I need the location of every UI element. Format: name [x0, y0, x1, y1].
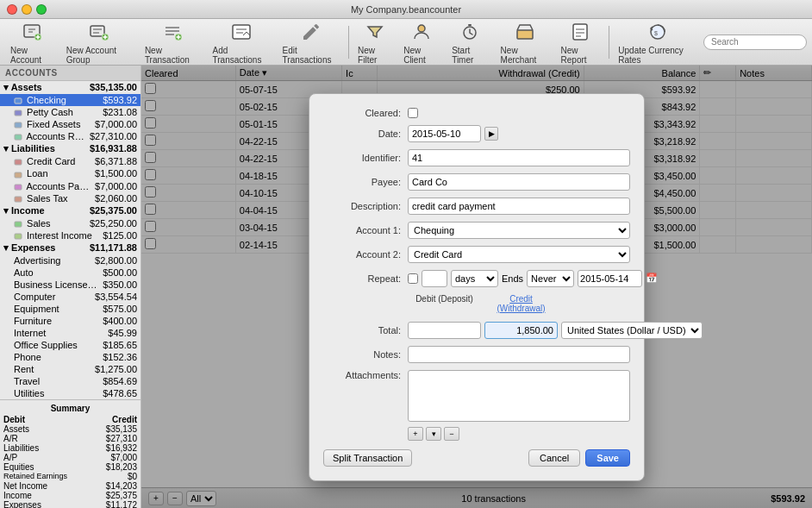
sidebar-item-interest-income[interactable]: Interest Income $125.00: [0, 229, 141, 241]
sidebar-item-phone[interactable]: Phone $152.36: [0, 351, 141, 363]
svg-rect-21: [517, 30, 533, 39]
account2-select[interactable]: Credit Card: [408, 246, 630, 263]
summary-liabilities-credit: $16,932: [106, 443, 137, 453]
summary-ap-label: A/P: [3, 453, 17, 462]
sidebar-item-office-supplies[interactable]: Office Supplies $185.65: [0, 339, 141, 351]
svg-rect-36: [15, 222, 22, 227]
total-label: Total:: [323, 325, 401, 336]
accounts-pay-name: Accounts Payable: [14, 181, 91, 191]
summary-net-income-debit: $14,203: [106, 481, 137, 491]
summary-retained-label: Retained Earnings: [3, 472, 67, 481]
new-merchant-button[interactable]: New Merchant: [496, 17, 554, 67]
notes-input[interactable]: [408, 346, 630, 363]
sidebar-item-auto[interactable]: Auto $500.00: [0, 267, 141, 279]
sidebar-item-rent[interactable]: Rent $1,275.00: [0, 363, 141, 375]
start-timer-button[interactable]: Start Timer: [447, 17, 493, 67]
sidebar-item-petty-cash[interactable]: Petty Cash $231.08: [0, 106, 141, 118]
new-client-button[interactable]: New Client: [398, 17, 445, 67]
repeat-checkbox[interactable]: [408, 273, 418, 284]
sidebar-item-utilities[interactable]: Utilities $478.65: [0, 387, 141, 399]
add-transactions-button[interactable]: Add Transactions: [208, 17, 276, 67]
attach-remove-button[interactable]: −: [444, 427, 459, 441]
sidebar-item-equipment[interactable]: Equipment $575.00: [0, 303, 141, 315]
sidebar-item-sales[interactable]: Sales $25,250.00: [0, 217, 141, 229]
repeat-calendar-icon: 📅: [646, 273, 658, 284]
loan-name: Loan: [14, 168, 91, 179]
summary-row-retained: Retained Earnings $0: [3, 472, 137, 481]
sidebar-item-advertising[interactable]: Advertising $2,800.00: [0, 254, 141, 267]
attach-add-button[interactable]: +: [408, 427, 423, 441]
start-timer-icon: [458, 20, 482, 44]
sidebar-item-business-lic[interactable]: Business Licenses/... $350.00: [0, 279, 141, 291]
account1-select[interactable]: Chequing: [408, 222, 630, 239]
new-merchant-label: New Merchant: [501, 46, 549, 65]
sidebar-item-internet[interactable]: Internet $45.99: [0, 327, 141, 339]
sidebar-item-accounts-rec[interactable]: Accounts Recei... $27,310.00: [0, 130, 141, 142]
sidebar-item-assets[interactable]: ▾ Assets $35,135.00: [0, 81, 141, 94]
date-input[interactable]: [408, 125, 481, 142]
accounts-rec-name: Accounts Recei...: [14, 131, 86, 141]
search-input[interactable]: [703, 34, 807, 50]
sidebar-item-income[interactable]: ▾ Income $25,375.00: [0, 204, 141, 217]
summary-row-net-income: Net Income $14,203: [3, 481, 137, 491]
repeat-count-input[interactable]: [422, 270, 447, 287]
sidebar-item-credit-card[interactable]: Credit Card $6,371.88: [0, 155, 141, 167]
date-forward-button[interactable]: ▶: [484, 127, 498, 141]
checking-name: Checking: [14, 95, 99, 105]
close-button[interactable]: [7, 4, 17, 15]
advertising-name: Advertising: [14, 255, 91, 266]
sidebar-item-checking[interactable]: Checking $593.92: [0, 94, 141, 106]
total-debit-input[interactable]: [408, 322, 481, 339]
update-currency-rates-icon: $: [646, 20, 670, 44]
furniture-amount: $400.00: [103, 316, 137, 326]
sidebar-item-loan[interactable]: Loan $1,500.00: [0, 167, 141, 179]
new-account-icon: [20, 20, 44, 44]
repeat-row: Repeat: days Ends Never 📅: [323, 270, 630, 287]
sidebar-item-sales-tax[interactable]: Sales Tax $2,060.00: [0, 192, 141, 204]
new-transaction-button[interactable]: New Transaction: [140, 17, 206, 67]
credit-header[interactable]: Credit (Withdrawal): [484, 294, 558, 313]
sidebar-item-accounts-pay[interactable]: Accounts Payable $7,000.00: [0, 180, 141, 192]
svg-rect-35: [15, 197, 22, 202]
attach-dropdown-button[interactable]: ▾: [426, 427, 441, 441]
payee-input[interactable]: [408, 173, 630, 191]
new-report-button[interactable]: New Report: [556, 17, 606, 67]
repeat-ends-select[interactable]: Never: [527, 270, 574, 287]
update-currency-rates-button[interactable]: $ Update Currency Rates: [613, 17, 702, 67]
identifier-input[interactable]: [408, 149, 630, 166]
summary-row-ar: A/R $27,310: [3, 434, 137, 443]
furniture-name: Furniture: [14, 316, 99, 326]
repeat-unit-select[interactable]: days: [451, 270, 498, 287]
new-account-group-button[interactable]: New Account Group: [61, 17, 138, 67]
add-transactions-label: Add Transactions: [213, 46, 271, 65]
account2-label: Account 2:: [323, 249, 401, 260]
new-account-button[interactable]: New Account: [5, 17, 59, 67]
cleared-checkbox[interactable]: [408, 108, 418, 118]
new-account-group-label: New Account Group: [66, 46, 133, 65]
svg-rect-29: [15, 110, 22, 116]
save-button[interactable]: Save: [585, 449, 630, 467]
sidebar-item-fixed-assets[interactable]: Fixed Assets $7,000.00: [0, 118, 141, 130]
sidebar-item-furniture[interactable]: Furniture $400.00: [0, 315, 141, 327]
svg-rect-34: [15, 185, 22, 190]
svg-rect-7: [93, 28, 102, 30]
footer-left: Split Transaction: [323, 449, 412, 467]
currency-select[interactable]: United States (Dollar / USD): [561, 322, 703, 339]
new-filter-button[interactable]: New Filter: [353, 17, 397, 67]
sidebar-item-expenses[interactable]: ▾ Expenses $11,171.88: [0, 241, 141, 254]
minimize-button[interactable]: [22, 4, 32, 15]
maximize-button[interactable]: [36, 4, 47, 15]
summary-liabilities-label: Liabilities: [3, 443, 39, 453]
attachments-area[interactable]: [408, 370, 630, 422]
cancel-button[interactable]: Cancel: [528, 449, 580, 467]
split-transaction-button[interactable]: Split Transaction: [323, 449, 412, 467]
description-row: Description:: [323, 198, 630, 215]
sidebar-item-travel[interactable]: Travel $854.69: [0, 375, 141, 387]
summary-equities-credit: $18,203: [106, 462, 137, 472]
sidebar-item-computer[interactable]: Computer $3,554.54: [0, 291, 141, 303]
repeat-end-date-input[interactable]: [578, 270, 642, 287]
description-input[interactable]: [408, 198, 630, 215]
sidebar-item-liabilities[interactable]: ▾ Liabilities $16,931.88: [0, 142, 141, 155]
total-credit-input[interactable]: [484, 322, 558, 339]
edit-transactions-button[interactable]: Edit Transactions: [278, 17, 346, 67]
